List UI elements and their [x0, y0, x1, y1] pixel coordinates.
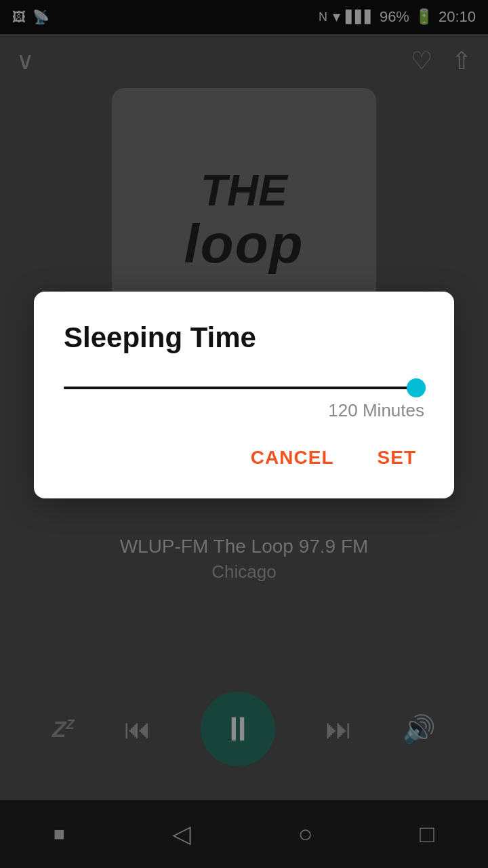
set-button[interactable]: SET	[369, 441, 424, 474]
cancel-button[interactable]: CANCEL	[243, 441, 342, 474]
slider-thumb	[407, 378, 426, 397]
sleep-timer-slider-container	[64, 387, 424, 389]
dialog-title: Sleeping Time	[64, 321, 424, 354]
slider-value-display: 120 Minutes	[64, 400, 424, 421]
sleeping-time-dialog: Sleeping Time 120 Minutes CANCEL SET	[34, 292, 454, 498]
dialog-buttons: CANCEL SET	[64, 441, 424, 474]
slider-track	[64, 387, 424, 389]
slider-fill	[64, 387, 424, 389]
